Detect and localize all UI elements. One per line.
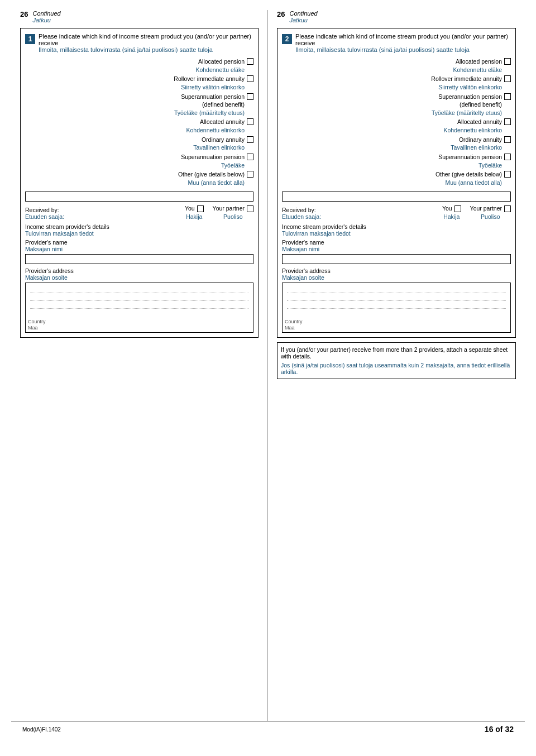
right-received-fi: Etuuden saaja: <box>282 213 442 220</box>
left-checkbox-0-box[interactable] <box>247 58 253 65</box>
right-checkbox-1: Rollover immediate annuity Siirretty väl… <box>282 75 511 91</box>
right-provider-section: Income stream provider's details Tulovir… <box>282 223 511 333</box>
right-section-number: 2 <box>282 34 292 44</box>
left-section-number: 1 <box>25 34 35 44</box>
right-checkbox-6: Other (give details below) Muu (anna tie… <box>282 170 511 186</box>
right-checkbox-6-box[interactable] <box>504 171 511 178</box>
right-intro-en: Please indicate which kind of income str… <box>295 33 508 46</box>
columns-wrapper: 26 Continued Jatkuu 1 Please indicate wh… <box>11 10 525 721</box>
left-provider-name-en: Provider's name <box>25 239 253 246</box>
left-checkbox-2: Superannuation pension(defined benefit) … <box>25 93 253 117</box>
right-section-title: Please indicate which kind of income str… <box>295 33 511 53</box>
right-section-header: 2 Please indicate which kind of income s… <box>282 33 511 53</box>
right-checkboxes: Allocated pension Kohdennettu eläke Roll… <box>282 58 511 187</box>
right-continued: Continued Jatkuu <box>289 10 317 23</box>
left-intro-fi: Ilmoita, millaisesta tulovirrasta (sinä … <box>39 46 213 53</box>
left-page-number: 26 <box>20 10 28 18</box>
right-intro-fi: Ilmoita, millaisesta tulovirrasta (sinä … <box>295 46 470 53</box>
left-checkbox-0: Allocated pension Kohdennettu eläke <box>25 58 253 74</box>
left-received-fi: Etuuden saaja: <box>25 213 185 220</box>
left-continued-fi: Jatkuu <box>32 17 60 23</box>
right-provider-address-en: Provider's address <box>282 267 511 274</box>
right-checkbox-5: Superannuation pension Työeläke <box>282 153 511 169</box>
right-extra-info-fi: Jos (sinä ja/tai puolisosi) saat tuloja … <box>281 362 512 375</box>
right-you-check: You Hakija <box>442 205 461 220</box>
left-section-box: 1 Please indicate which kind of income s… <box>20 28 259 338</box>
left-provider-name-fi: Maksajan nimi <box>25 246 253 252</box>
left-section-header: 1 Please indicate which kind of income s… <box>25 33 253 53</box>
left-checkbox-3-box[interactable] <box>247 118 253 125</box>
right-checkbox-4: Ordinary annuity Tavallinen elinkorko <box>282 136 511 152</box>
left-you-checkbox[interactable] <box>197 205 204 212</box>
left-provider-name-input[interactable] <box>25 254 253 264</box>
left-continued-en: Continued <box>32 10 60 17</box>
right-partner-check: Your partner Puoliso <box>470 205 511 220</box>
left-country-fi: Maa <box>28 325 38 331</box>
left-country-en: Country <box>28 319 46 324</box>
left-partner-checkbox[interactable] <box>247 205 253 212</box>
left-checkbox-3: Allocated annuity Kohdennettu elinkorko <box>25 118 253 134</box>
right-country-fi: Maa <box>285 325 295 331</box>
right-provider-details-en: Income stream provider's details <box>282 223 366 230</box>
right-provider-details-fi: Tulovirran maksajan tiedot <box>282 230 511 237</box>
left-checkbox-1: Rollover immediate annuity Siirretty väl… <box>25 75 253 91</box>
right-partner-checkbox[interactable] <box>504 205 511 212</box>
left-address-box[interactable]: Country Maa <box>25 283 253 333</box>
left-received-en: Received by: <box>25 207 185 213</box>
right-continued-fi: Jatkuu <box>289 17 317 23</box>
left-checkbox-4-box[interactable] <box>247 136 253 143</box>
left-you-check: You Hakija <box>185 205 204 220</box>
left-continued: Continued Jatkuu <box>32 10 60 23</box>
right-other-details-input[interactable] <box>282 192 511 202</box>
right-checkbox-0: Allocated pension Kohdennettu eläke <box>282 58 511 74</box>
right-extra-info: If you (and/or your partner) receive fro… <box>277 342 516 379</box>
right-checkbox-3: Allocated annuity Kohdennettu elinkorko <box>282 118 511 134</box>
footer-page: 16 of 32 <box>485 725 514 734</box>
right-provider-name-input[interactable] <box>282 254 511 264</box>
left-partner-check: Your partner Puoliso <box>213 205 253 220</box>
right-provider-name-fi: Maksajan nimi <box>282 246 511 252</box>
right-checkbox-2: Superannuation pension(defined benefit) … <box>282 93 511 117</box>
left-checkbox-4: Ordinary annuity Tavallinen elinkorko <box>25 136 253 152</box>
right-continued-en: Continued <box>289 10 317 17</box>
right-page-number: 26 <box>277 10 285 18</box>
right-provider-name-en: Provider's name <box>282 239 511 246</box>
left-provider-address-fi: Maksajan osoite <box>25 274 253 281</box>
right-checkbox-3-box[interactable] <box>504 118 511 125</box>
left-checkbox-5: Superannuation pension Työeläke <box>25 153 253 169</box>
right-received-row: Received by: Etuuden saaja: You Hakija <box>282 205 511 220</box>
right-address-box[interactable]: Country Maa <box>282 283 511 333</box>
footer-mod: Mod(iA)FI.1402 <box>22 726 61 733</box>
right-extra-info-en: If you (and/or your partner) receive fro… <box>281 346 512 360</box>
left-checkbox-1-box[interactable] <box>247 75 253 82</box>
right-received-en: Received by: <box>282 207 442 213</box>
right-checkbox-1-box[interactable] <box>504 75 511 82</box>
right-checkbox-2-box[interactable] <box>504 93 511 100</box>
right-country-en: Country <box>285 319 303 324</box>
left-provider-address-en: Provider's address <box>25 267 253 274</box>
right-you-checkbox[interactable] <box>454 205 461 212</box>
left-received-row: Received by: Etuuden saaja: You Hakija <box>25 205 253 220</box>
left-provider-section: Income stream provider's details Tulovir… <box>25 223 253 333</box>
left-checkbox-2-box[interactable] <box>247 93 253 100</box>
left-checkboxes: Allocated pension Kohdennettu eläke Roll… <box>25 58 253 187</box>
left-intro-en: Please indicate which kind of income str… <box>39 33 251 46</box>
right-checkbox-5-box[interactable] <box>504 154 511 160</box>
right-checkbox-0-box[interactable] <box>504 58 511 65</box>
left-provider-details-en: Income stream provider's details <box>25 223 109 230</box>
footer: Mod(iA)FI.1402 16 of 32 <box>11 721 525 734</box>
right-provider-address-fi: Maksajan osoite <box>282 274 511 281</box>
right-header: 26 Continued Jatkuu <box>277 10 516 27</box>
left-checkbox-6-box[interactable] <box>247 171 253 178</box>
left-header: 26 Continued Jatkuu <box>20 10 259 27</box>
left-checkbox-5-box[interactable] <box>247 154 253 160</box>
right-column: 26 Continued Jatkuu 2 Please indicate wh… <box>268 10 525 721</box>
right-checkbox-4-box[interactable] <box>504 136 511 143</box>
left-checkbox-6: Other (give details below) Muu (anna tie… <box>25 170 253 186</box>
left-other-details-input[interactable] <box>25 192 253 202</box>
right-section-box: 2 Please indicate which kind of income s… <box>277 28 516 338</box>
page-container: 26 Continued Jatkuu 1 Please indicate wh… <box>0 0 536 756</box>
left-column: 26 Continued Jatkuu 1 Please indicate wh… <box>11 10 268 721</box>
left-provider-details-fi: Tulovirran maksajan tiedot <box>25 230 253 237</box>
left-section-title: Please indicate which kind of income str… <box>39 33 253 53</box>
